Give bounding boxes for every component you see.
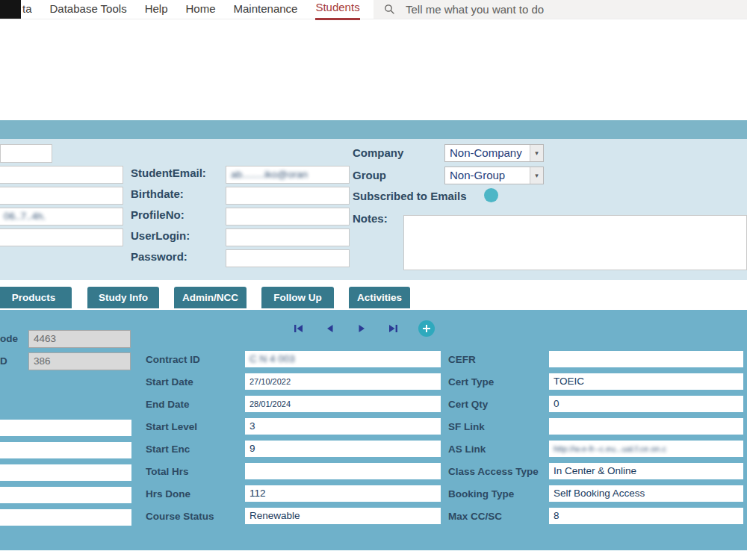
start-enc-label: Start Enc — [146, 444, 190, 455]
app-corner — [0, 0, 21, 19]
detail-left-field-2[interactable] — [0, 442, 131, 458]
birthdate-label: Birthdate: — [131, 187, 184, 200]
user-login-field[interactable] — [226, 228, 350, 246]
subscribed-to-emails-label: Subscribed to Emails — [353, 190, 467, 202]
company-dropdown[interactable]: Non-Company ▾ — [444, 144, 544, 162]
detail-left-field-3[interactable] — [0, 464, 131, 481]
contract-id-field[interactable]: C N 4 003 — [245, 351, 441, 367]
tab-admin-ncc[interactable]: Admin/NCC — [174, 287, 247, 308]
tell-me-input[interactable] — [404, 2, 631, 16]
password-label: Password: — [131, 250, 187, 263]
profile-no-field[interactable] — [226, 208, 350, 225]
max-ccsc-field[interactable]: 8 — [549, 508, 743, 524]
first-record-icon[interactable] — [293, 323, 305, 335]
ribbon-tab-home[interactable]: Home — [186, 0, 216, 19]
cert-type-label: Cert Type — [448, 376, 494, 388]
student-left-field-1[interactable] — [0, 166, 123, 184]
previous-record-icon[interactable] — [324, 323, 336, 335]
tab-follow-up[interactable]: Follow Up — [261, 287, 334, 308]
record-navigation — [293, 320, 435, 337]
booking-type-field[interactable]: Self Booking Access — [549, 485, 743, 502]
ribbon-bar: ta Database Tools Help Home Maintenance … — [0, 0, 747, 19]
max-ccsc-label: Max CC/SC — [448, 511, 502, 522]
notes-field[interactable] — [403, 215, 747, 270]
birthdate-field[interactable] — [226, 187, 350, 205]
header-small-field[interactable] — [0, 144, 52, 163]
student-left-field-2[interactable] — [0, 187, 123, 205]
group-dropdown[interactable]: Non-Group ▾ — [444, 167, 544, 184]
student-email-field[interactable]: ab........iko@oran — [226, 166, 350, 184]
id-field: 386 — [28, 352, 131, 370]
code-label: ode — [0, 333, 18, 344]
group-value: Non-Group — [445, 167, 530, 184]
student-email-label: StudentEmail: — [131, 167, 206, 179]
as-link-label: AS Link — [448, 444, 486, 455]
cert-qty-field[interactable]: 0 — [549, 396, 743, 412]
last-record-icon[interactable] — [387, 323, 399, 335]
access-window: ta Database Tools Help Home Maintenance … — [0, 0, 747, 560]
start-level-label: Start Level — [146, 421, 197, 432]
new-record-icon[interactable] — [418, 320, 435, 337]
ribbon-tab-database-tools[interactable]: Database Tools — [50, 0, 127, 19]
chevron-down-icon[interactable]: ▾ — [530, 145, 543, 161]
start-enc-field[interactable]: 9 — [245, 441, 441, 457]
detail-left-field-5[interactable] — [0, 509, 131, 526]
next-record-icon[interactable] — [356, 323, 368, 335]
user-login-label: UserLogin: — [131, 229, 190, 242]
student-phone-field[interactable]: 06..7..4h. — [0, 208, 123, 225]
subform-tab-strip: Products Study Info Admin/NCC Follow Up … — [0, 280, 747, 310]
total-hrs-field[interactable] — [245, 463, 441, 479]
ribbon-tab-data[interactable]: ta — [22, 0, 32, 19]
ribbon-tab-students[interactable]: Students — [315, 0, 359, 20]
cert-qty-label: Cert Qty — [448, 399, 488, 410]
end-date-label: End Date — [146, 399, 190, 410]
student-header-section: 06..7..4h. StudentEmail: Birthdate: Prof… — [0, 139, 747, 280]
cefr-label: CEFR — [448, 354, 476, 365]
company-value: Non-Company — [445, 145, 530, 161]
tab-activities[interactable]: Activities — [349, 287, 410, 308]
class-access-type-label: Class Access Type — [448, 466, 539, 477]
start-level-field[interactable]: 3 — [245, 418, 441, 435]
group-label: Group — [353, 169, 386, 181]
course-status-label: Course Status — [146, 511, 214, 522]
ribbon-tabs: ta Database Tools Help Home Maintenance … — [22, 0, 360, 19]
end-date-field[interactable]: 28/01/2024 — [245, 396, 441, 412]
tell-me-search[interactable] — [374, 0, 747, 19]
subscribed-toggle[interactable] — [484, 188, 498, 202]
sf-link-field[interactable] — [549, 418, 743, 435]
company-label: Company — [353, 146, 403, 159]
as-link-field[interactable]: http://w.e-fr--c.eu...ual.f.ce.on.c — [549, 441, 743, 457]
chevron-down-icon[interactable]: ▾ — [530, 167, 543, 184]
detail-left-field-1[interactable] — [0, 420, 131, 436]
class-access-type-field[interactable]: In Center & Online — [549, 463, 743, 479]
booking-type-label: Booking Type — [448, 488, 514, 500]
notes-label: Notes: — [353, 212, 388, 225]
form-header-band — [0, 120, 747, 139]
ribbon-tab-maintenance[interactable]: Maintenance — [234, 0, 298, 19]
cert-type-field[interactable]: TOEIC — [549, 373, 743, 390]
hrs-done-field[interactable]: 112 — [245, 485, 441, 502]
start-date-field[interactable]: 27/10/2022 — [245, 373, 441, 390]
hrs-done-label: Hrs Done — [146, 488, 190, 500]
products-subform: ode 4463 D 386 Contract ID C N 4 003 Sta… — [0, 310, 747, 550]
cefr-field[interactable] — [549, 351, 743, 367]
detail-left-field-4[interactable] — [0, 487, 131, 503]
sf-link-label: SF Link — [448, 421, 485, 432]
start-date-label: Start Date — [146, 376, 193, 388]
profile-no-label: ProfileNo: — [131, 208, 185, 221]
ribbon-tab-help[interactable]: Help — [145, 0, 168, 19]
tab-products[interactable]: Products — [0, 287, 72, 308]
student-left-field-4[interactable] — [0, 228, 123, 246]
course-status-field[interactable]: Renewable — [245, 508, 441, 524]
total-hrs-label: Total Hrs — [146, 466, 189, 477]
id-label: D — [0, 355, 7, 367]
password-field[interactable] — [226, 249, 350, 267]
search-icon — [384, 4, 395, 15]
contract-id-label: Contract ID — [146, 354, 200, 365]
tab-study-info[interactable]: Study Info — [87, 287, 159, 308]
code-field: 4463 — [28, 330, 131, 348]
